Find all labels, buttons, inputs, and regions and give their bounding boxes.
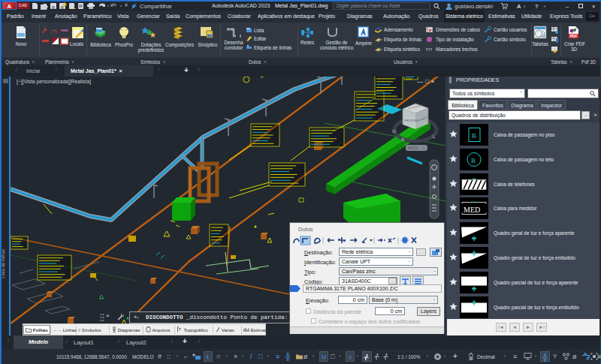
svg-text:PDF: PDF bbox=[570, 34, 578, 38]
svg-text:B: B bbox=[471, 156, 476, 164]
svg-text:▼: ▼ bbox=[422, 146, 425, 149]
svg-text:MED: MED bbox=[464, 206, 480, 214]
svg-text:B: B bbox=[472, 132, 476, 140]
svg-text:WCS: WCS bbox=[408, 146, 418, 150]
svg-text:S: S bbox=[401, 137, 404, 142]
svg-text:O: O bbox=[392, 129, 396, 134]
